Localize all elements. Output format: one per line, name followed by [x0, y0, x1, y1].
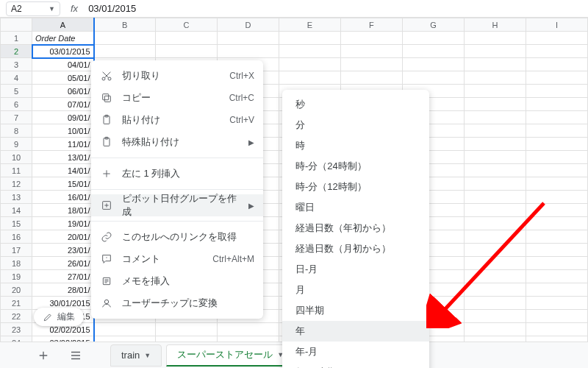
cell[interactable] [526, 124, 587, 138]
submenu-item-hour[interactable]: 時 [282, 135, 429, 156]
row-header[interactable]: 18 [1, 257, 32, 270]
cell[interactable] [526, 204, 587, 217]
row-header[interactable]: 12 [1, 177, 32, 191]
col-header-B[interactable]: B [94, 18, 156, 32]
submenu-item-day-month[interactable]: 日-月 [282, 259, 429, 280]
cell[interactable] [526, 71, 587, 85]
cell[interactable] [464, 310, 526, 323]
row-header[interactable]: 17 [1, 244, 32, 257]
cell[interactable] [340, 71, 402, 85]
cell[interactable] [464, 230, 526, 244]
cell[interactable] [218, 323, 279, 336]
menu-cut[interactable]: 切り取り Ctrl+X [91, 65, 263, 87]
cell[interactable] [402, 45, 464, 58]
cell[interactable] [94, 45, 156, 58]
col-header-F[interactable]: F [340, 18, 402, 32]
col-header-A[interactable]: A [32, 18, 94, 32]
cell[interactable] [526, 98, 587, 111]
menu-paste[interactable]: 貼り付け Ctrl+V [91, 109, 263, 131]
row-header[interactable]: 10 [1, 151, 32, 164]
cell[interactable] [464, 85, 526, 98]
cell[interactable] [279, 32, 341, 45]
cell[interactable]: 14/01/ [32, 164, 94, 177]
row-header[interactable]: 14 [1, 204, 32, 217]
cell[interactable] [94, 323, 156, 336]
cell[interactable] [464, 204, 526, 217]
cell[interactable] [156, 32, 218, 45]
cell[interactable] [526, 310, 587, 323]
submenu-item-hour-minute-12[interactable]: 時-分（12時制） [282, 177, 429, 197]
cell[interactable]: 27/01/ [32, 270, 94, 283]
cell[interactable]: 15/01/ [32, 177, 94, 191]
menu-user-chip[interactable]: ユーザーチップに変換 [91, 292, 263, 314]
fx-label[interactable]: fx [66, 3, 82, 14]
submenu-item-days-from-month[interactable]: 経過日数（月初から） [282, 238, 429, 259]
cell-A1[interactable]: Order Date [32, 32, 94, 45]
row-header[interactable]: 3 [1, 58, 32, 71]
cell[interactable] [526, 32, 587, 45]
submenu-item-weekday[interactable]: 曜日 [282, 197, 429, 218]
menu-get-link[interactable]: このセルへのリンクを取得 [91, 226, 263, 248]
submenu-item-second[interactable]: 秒 [282, 94, 429, 115]
cell[interactable] [464, 270, 526, 283]
cell[interactable] [464, 151, 526, 164]
row-header[interactable]: 20 [1, 283, 32, 297]
cell[interactable] [464, 297, 526, 310]
cell[interactable] [464, 217, 526, 230]
cell[interactable] [526, 283, 587, 297]
col-header-E[interactable]: E [279, 18, 341, 32]
submenu-item-hour-minute-24[interactable]: 時-分（24時制） [282, 156, 429, 177]
cell[interactable]: 16/01/ [32, 191, 94, 204]
submenu-item-days-from-year[interactable]: 経過日数（年初から） [282, 218, 429, 238]
add-sheet-button[interactable] [29, 345, 57, 366]
cell[interactable]: 07/01/ [32, 98, 94, 111]
cell[interactable]: 18/01/ [32, 204, 94, 217]
cell[interactable] [526, 151, 587, 164]
submenu-item-quarter[interactable]: 四半期 [282, 300, 429, 321]
col-header-D[interactable]: D [218, 18, 279, 32]
cell[interactable] [279, 45, 341, 58]
row-header[interactable]: 2 [1, 45, 32, 58]
menu-comment[interactable]: コメント Ctrl+Alt+M [91, 248, 263, 270]
cell[interactable] [464, 257, 526, 270]
cell[interactable] [526, 164, 587, 177]
cell[interactable] [402, 32, 464, 45]
row-header[interactable]: 5 [1, 85, 32, 98]
cell[interactable] [402, 71, 464, 85]
row-header[interactable]: 4 [1, 71, 32, 85]
cell[interactable] [156, 45, 218, 58]
all-sheets-button[interactable] [62, 345, 90, 366]
submenu-item-year[interactable]: 年 [282, 321, 429, 342]
cell[interactable]: 26/01/ [32, 257, 94, 270]
cell[interactable]: 11/01/ [32, 138, 94, 151]
col-header-G[interactable]: G [402, 18, 464, 32]
cell[interactable]: 19/01/ [32, 217, 94, 230]
cell[interactable] [279, 71, 341, 85]
cell[interactable] [526, 138, 587, 151]
cell[interactable]: 20/01/ [32, 230, 94, 244]
cell[interactable] [526, 191, 587, 204]
submenu-item-year-quarter[interactable]: 年-四半期 [282, 362, 429, 368]
row-header[interactable]: 19 [1, 270, 32, 283]
cell[interactable] [526, 244, 587, 257]
corner-cell[interactable] [1, 18, 32, 32]
row-header[interactable]: 21 [1, 297, 32, 310]
cell[interactable] [340, 32, 402, 45]
row-header[interactable]: 1 [1, 32, 32, 45]
cell[interactable] [340, 45, 402, 58]
cell[interactable] [526, 85, 587, 98]
cell[interactable] [464, 138, 526, 151]
cell[interactable] [526, 217, 587, 230]
cell[interactable]: 04/01/ [32, 58, 94, 71]
row-header[interactable]: 22 [1, 310, 32, 323]
row-header[interactable]: 11 [1, 164, 32, 177]
col-header-I[interactable]: I [526, 18, 587, 32]
cell[interactable] [464, 32, 526, 45]
cell[interactable] [464, 45, 526, 58]
row-header[interactable]: 6 [1, 98, 32, 111]
cell[interactable]: 10/01/ [32, 124, 94, 138]
cell[interactable] [526, 270, 587, 283]
edit-chip[interactable]: 編集 [34, 308, 84, 326]
row-header[interactable]: 8 [1, 124, 32, 138]
cell[interactable] [464, 111, 526, 124]
